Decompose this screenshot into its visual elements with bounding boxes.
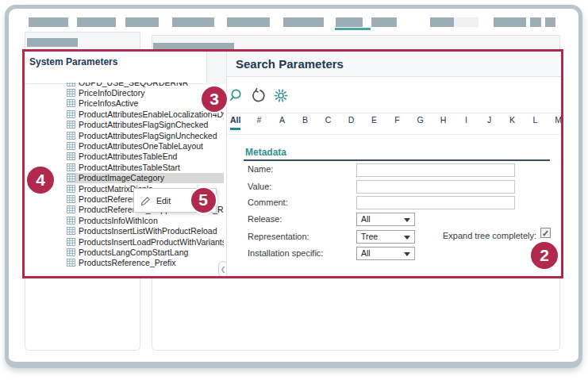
system-parameters-title: System Parameters (29, 56, 117, 67)
installation-specific-select-value: All (361, 248, 371, 258)
alphabet-tab-m[interactable]: M (554, 115, 563, 128)
menu-item-placeholder[interactable] (530, 17, 541, 27)
table-icon (67, 227, 75, 235)
parameter-name: ProductsLangCompStartLang (79, 248, 188, 257)
table-icon (67, 217, 75, 225)
alphabet-tab-i[interactable]: I (462, 115, 471, 128)
installation-specific-select[interactable]: All (356, 247, 415, 260)
release-label: Release: (248, 214, 282, 224)
table-icon (67, 163, 75, 171)
table-icon (67, 185, 75, 193)
alphabet-tab-c[interactable]: C (324, 115, 332, 128)
parameter-name: ProductAttributesTableStart (79, 163, 180, 172)
parameter-name: ProductImageCategory (79, 173, 164, 182)
search-parameters-panel: Search Parameters All # A (226, 52, 563, 278)
expand-tree-checkbox[interactable] (540, 228, 551, 238)
parameter-name: ProductAttributesEnableLocalization4DynP (79, 109, 224, 119)
menu-item-placeholder[interactable] (29, 17, 68, 27)
search-icon[interactable] (229, 88, 245, 103)
parameter-name: ProductAttributesFlagSignUnchecked (79, 131, 217, 140)
parameter-list-item[interactable]: ProductAttributesTableEnd (67, 152, 224, 162)
parameter-list-item[interactable]: ProductsLangCompStartLang (67, 247, 224, 257)
table-icon (67, 152, 75, 160)
table-icon (67, 121, 75, 129)
representation-select[interactable]: Tree (356, 230, 415, 244)
comment-label: Comment: (248, 198, 288, 207)
system-parameters-header: System Parameters (25, 52, 207, 84)
parameter-list-item[interactable]: ProductsReference_Prefix (67, 258, 224, 268)
menu-item-placeholder[interactable] (371, 17, 397, 27)
undo-icon[interactable] (251, 88, 267, 103)
alphabet-tab-j[interactable]: J (485, 115, 494, 128)
installation-specific-label: Installation specific: (248, 248, 323, 258)
menu-item-placeholder[interactable] (227, 17, 270, 27)
parameter-name: ProductAttributesTableEnd (79, 152, 177, 161)
left-tab-placeholder[interactable] (27, 38, 78, 47)
alphabet-tab-l[interactable]: L (531, 115, 540, 128)
menu-item-placeholder[interactable] (454, 17, 478, 27)
table-icon (67, 110, 75, 118)
table-icon (67, 205, 75, 213)
menu-item-placeholder[interactable] (336, 17, 363, 27)
menu-item-placeholder[interactable] (283, 17, 324, 27)
alphabet-tab-a[interactable]: A (278, 115, 286, 128)
content-tab-placeholder[interactable] (153, 43, 234, 52)
metadata-divider (244, 159, 550, 161)
menu-item-placeholder[interactable] (77, 17, 116, 27)
callout-badge-3: 3 (200, 85, 229, 113)
alphabet-tab-f[interactable]: F (393, 115, 402, 128)
menu-item-placeholder[interactable] (545, 17, 555, 27)
parameter-list-item[interactable]: ProductsInsertListWithProductReload (67, 225, 224, 236)
parameter-name: OBPD_USE_SEQORDERNR (79, 83, 188, 87)
system-parameters-panel: System Parameters OBPD_USE_SEQORDERNR Pr… (25, 52, 226, 278)
parameter-name: PriceInfosActive (79, 98, 138, 108)
menu-item-placeholder[interactable] (125, 17, 159, 27)
table-icon (67, 89, 75, 97)
search-parameters-title: Search Parameters (236, 57, 344, 71)
search-toolbar (227, 77, 563, 113)
pencil-icon (140, 196, 151, 206)
alphabet-tab-g[interactable]: G (416, 115, 425, 128)
parameter-list-item[interactable]: ProductImageCategory (67, 173, 224, 183)
parameter-list-item[interactable]: ProductAttributesEnableLocalization4DynP (67, 109, 224, 119)
parameter-list-item[interactable]: ProductAttributesFlagSignChecked (67, 120, 224, 130)
parameter-list-item[interactable]: ProductAttributesFlagSignUnchecked (67, 130, 224, 140)
value-label: Value: (248, 182, 271, 191)
parameter-name: ProductsInsertListWithProductReload (79, 226, 217, 236)
representation-select-value: Tree (361, 232, 378, 241)
release-select-value: All (361, 214, 371, 224)
alphabet-tab-b[interactable]: B (301, 115, 309, 128)
parameter-list-item[interactable]: ProductAttributesTableStart (67, 162, 224, 172)
alphabet-tab-k[interactable]: K (508, 115, 517, 128)
callout-badge-2: 2 (529, 240, 559, 271)
alphabet-tab-d[interactable]: D (347, 115, 355, 128)
metadata-section-title: Metadata (245, 147, 286, 158)
parameter-list-item[interactable]: ProductsInfoWithIcon (67, 215, 224, 225)
expand-tree-label: Expand tree completely: (417, 231, 536, 240)
parameter-name: PriceInfoDirectory (79, 88, 144, 98)
alphabet-tab-all[interactable]: All (230, 115, 240, 130)
alphabet-tab-e[interactable]: E (370, 115, 379, 128)
menu-bar (0, 0, 588, 32)
parameter-list-item[interactable]: ProductsInsertLoadProductWithVariants (67, 236, 224, 247)
settings-icon[interactable] (273, 88, 289, 103)
parameter-list-item[interactable]: ProductAttributesOneTableLayout (67, 140, 224, 151)
menu-item-placeholder[interactable] (494, 17, 526, 27)
name-field[interactable] (356, 163, 515, 177)
alphabet-tab-h[interactable]: H (439, 115, 448, 128)
table-icon (67, 99, 75, 107)
alphabet-tab-hash[interactable]: # (255, 115, 263, 128)
parameter-name: ProductsInsertLoadProductWithVariants (79, 237, 224, 247)
menu-item-placeholder[interactable] (430, 17, 454, 27)
alphabet-filter-tabs: All # A B C D E F G H I J K L M (227, 115, 563, 135)
representation-label: Representation: (248, 232, 309, 241)
name-label: Name: (248, 164, 273, 174)
search-parameters-header: Search Parameters (227, 52, 563, 77)
menu-item-placeholder[interactable] (172, 17, 214, 27)
table-icon (67, 195, 75, 203)
table-icon (67, 132, 75, 140)
active-menu-underline (335, 28, 371, 30)
release-select[interactable]: All (356, 213, 415, 226)
value-field[interactable] (356, 180, 515, 194)
comment-field[interactable] (356, 196, 515, 209)
